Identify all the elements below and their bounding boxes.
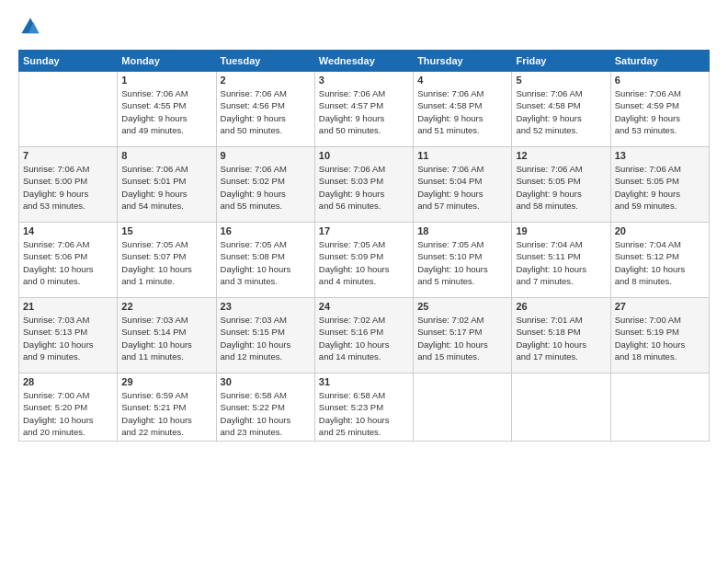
- day-info: Sunrise: 7:06 AM Sunset: 5:06 PM Dayligh…: [23, 238, 113, 287]
- calendar-cell: 4Sunrise: 7:06 AM Sunset: 4:58 PM Daylig…: [414, 72, 512, 147]
- calendar-header-monday: Monday: [118, 51, 216, 72]
- header: [18, 17, 710, 40]
- calendar-cell: 27Sunrise: 7:00 AM Sunset: 5:19 PM Dayli…: [610, 298, 709, 373]
- day-number: 31: [319, 376, 409, 387]
- calendar-cell: 12Sunrise: 7:06 AM Sunset: 5:05 PM Dayli…: [512, 147, 610, 223]
- day-info: Sunrise: 7:06 AM Sunset: 4:56 PM Dayligh…: [221, 87, 311, 136]
- calendar-cell: 25Sunrise: 7:02 AM Sunset: 5:17 PM Dayli…: [414, 298, 512, 373]
- calendar-cell: [19, 72, 118, 147]
- day-number: 26: [516, 301, 606, 312]
- logo: [18, 17, 40, 40]
- calendar-cell: 13Sunrise: 7:06 AM Sunset: 5:05 PM Dayli…: [610, 147, 709, 223]
- calendar-cell: 23Sunrise: 7:03 AM Sunset: 5:15 PM Dayli…: [216, 298, 314, 373]
- calendar-cell: 31Sunrise: 6:58 AM Sunset: 5:23 PM Dayli…: [314, 373, 413, 442]
- day-number: 27: [615, 301, 705, 312]
- day-number: 8: [121, 150, 211, 161]
- day-info: Sunrise: 7:06 AM Sunset: 5:01 PM Dayligh…: [121, 163, 211, 212]
- day-number: 3: [319, 75, 409, 86]
- day-info: Sunrise: 7:06 AM Sunset: 5:05 PM Dayligh…: [516, 163, 606, 212]
- day-info: Sunrise: 7:02 AM Sunset: 5:16 PM Dayligh…: [319, 314, 409, 362]
- day-number: 10: [319, 150, 409, 161]
- calendar-cell: 30Sunrise: 6:58 AM Sunset: 5:22 PM Dayli…: [216, 373, 314, 442]
- calendar-cell: 11Sunrise: 7:06 AM Sunset: 5:04 PM Dayli…: [414, 147, 512, 223]
- day-number: 30: [221, 376, 311, 387]
- day-info: Sunrise: 7:02 AM Sunset: 5:17 PM Dayligh…: [417, 314, 507, 362]
- logo-icon: [20, 17, 40, 37]
- calendar-header-thursday: Thursday: [414, 51, 512, 72]
- calendar-cell: [512, 373, 610, 442]
- calendar-cell: 15Sunrise: 7:05 AM Sunset: 5:07 PM Dayli…: [118, 223, 216, 298]
- day-number: 25: [417, 301, 507, 312]
- day-info: Sunrise: 7:06 AM Sunset: 5:02 PM Dayligh…: [221, 163, 311, 212]
- day-number: 22: [121, 301, 211, 312]
- day-number: 4: [417, 75, 507, 86]
- day-info: Sunrise: 7:06 AM Sunset: 4:58 PM Dayligh…: [516, 87, 606, 136]
- day-info: Sunrise: 7:03 AM Sunset: 5:15 PM Dayligh…: [221, 314, 311, 362]
- calendar-header-wednesday: Wednesday: [314, 51, 413, 72]
- day-number: 19: [516, 225, 606, 236]
- day-info: Sunrise: 7:06 AM Sunset: 5:04 PM Dayligh…: [417, 163, 507, 212]
- calendar-cell: [610, 373, 709, 442]
- day-number: 28: [23, 376, 113, 387]
- day-info: Sunrise: 7:06 AM Sunset: 4:58 PM Dayligh…: [417, 87, 507, 136]
- day-info: Sunrise: 7:05 AM Sunset: 5:08 PM Dayligh…: [221, 238, 311, 287]
- calendar-cell: 19Sunrise: 7:04 AM Sunset: 5:11 PM Dayli…: [512, 223, 610, 298]
- day-number: 1: [121, 75, 211, 86]
- calendar-cell: 1Sunrise: 7:06 AM Sunset: 4:55 PM Daylig…: [118, 72, 216, 147]
- day-number: 21: [23, 301, 113, 312]
- calendar-cell: 26Sunrise: 7:01 AM Sunset: 5:18 PM Dayli…: [512, 298, 610, 373]
- calendar-cell: 14Sunrise: 7:06 AM Sunset: 5:06 PM Dayli…: [19, 223, 118, 298]
- calendar-cell: 24Sunrise: 7:02 AM Sunset: 5:16 PM Dayli…: [314, 298, 413, 373]
- calendar-cell: 10Sunrise: 7:06 AM Sunset: 5:03 PM Dayli…: [314, 147, 413, 223]
- calendar-cell: 9Sunrise: 7:06 AM Sunset: 5:02 PM Daylig…: [216, 147, 314, 223]
- calendar-cell: 17Sunrise: 7:05 AM Sunset: 5:09 PM Dayli…: [314, 223, 413, 298]
- day-info: Sunrise: 7:06 AM Sunset: 4:59 PM Dayligh…: [615, 87, 705, 136]
- day-info: Sunrise: 6:58 AM Sunset: 5:23 PM Dayligh…: [319, 389, 409, 438]
- day-info: Sunrise: 7:01 AM Sunset: 5:18 PM Dayligh…: [516, 314, 606, 362]
- day-info: Sunrise: 7:05 AM Sunset: 5:07 PM Dayligh…: [121, 238, 211, 287]
- day-info: Sunrise: 7:06 AM Sunset: 4:55 PM Dayligh…: [121, 87, 211, 136]
- day-number: 29: [121, 376, 211, 387]
- calendar-cell: 8Sunrise: 7:06 AM Sunset: 5:01 PM Daylig…: [118, 147, 216, 223]
- day-info: Sunrise: 7:00 AM Sunset: 5:19 PM Dayligh…: [615, 314, 705, 362]
- day-info: Sunrise: 7:04 AM Sunset: 5:11 PM Dayligh…: [516, 238, 606, 287]
- day-info: Sunrise: 7:06 AM Sunset: 4:57 PM Dayligh…: [319, 87, 409, 136]
- day-info: Sunrise: 7:05 AM Sunset: 5:09 PM Dayligh…: [319, 238, 409, 287]
- calendar-cell: 28Sunrise: 7:00 AM Sunset: 5:20 PM Dayli…: [19, 373, 118, 442]
- calendar-cell: 5Sunrise: 7:06 AM Sunset: 4:58 PM Daylig…: [512, 72, 610, 147]
- calendar-header-sunday: Sunday: [19, 51, 118, 72]
- day-info: Sunrise: 7:03 AM Sunset: 5:13 PM Dayligh…: [23, 314, 113, 362]
- day-number: 11: [417, 150, 507, 161]
- day-number: 24: [319, 301, 409, 312]
- calendar-cell: 22Sunrise: 7:03 AM Sunset: 5:14 PM Dayli…: [118, 298, 216, 373]
- day-number: 2: [221, 75, 311, 86]
- calendar-cell: [414, 373, 512, 442]
- calendar-cell: 16Sunrise: 7:05 AM Sunset: 5:08 PM Dayli…: [216, 223, 314, 298]
- day-info: Sunrise: 7:00 AM Sunset: 5:20 PM Dayligh…: [23, 389, 113, 438]
- day-info: Sunrise: 7:06 AM Sunset: 5:03 PM Dayligh…: [319, 163, 409, 212]
- calendar-header-friday: Friday: [512, 51, 610, 72]
- day-number: 13: [615, 150, 705, 161]
- day-number: 6: [615, 75, 705, 86]
- day-info: Sunrise: 7:05 AM Sunset: 5:10 PM Dayligh…: [417, 238, 507, 287]
- day-number: 18: [417, 225, 507, 236]
- day-number: 15: [121, 225, 211, 236]
- day-info: Sunrise: 7:06 AM Sunset: 5:05 PM Dayligh…: [615, 163, 705, 212]
- calendar-cell: 20Sunrise: 7:04 AM Sunset: 5:12 PM Dayli…: [610, 223, 709, 298]
- calendar-cell: 7Sunrise: 7:06 AM Sunset: 5:00 PM Daylig…: [19, 147, 118, 223]
- calendar: SundayMondayTuesdayWednesdayThursdayFrid…: [18, 50, 710, 442]
- calendar-header-row: SundayMondayTuesdayWednesdayThursdayFrid…: [19, 51, 710, 72]
- day-info: Sunrise: 6:59 AM Sunset: 5:21 PM Dayligh…: [121, 389, 211, 438]
- page: SundayMondayTuesdayWednesdayThursdayFrid…: [0, 0, 728, 451]
- day-number: 5: [516, 75, 606, 86]
- calendar-cell: 6Sunrise: 7:06 AM Sunset: 4:59 PM Daylig…: [610, 72, 709, 147]
- calendar-cell: 21Sunrise: 7:03 AM Sunset: 5:13 PM Dayli…: [19, 298, 118, 373]
- day-number: 20: [615, 225, 705, 236]
- day-number: 14: [23, 225, 113, 236]
- day-number: 16: [221, 225, 311, 236]
- day-number: 23: [221, 301, 311, 312]
- day-info: Sunrise: 7:03 AM Sunset: 5:14 PM Dayligh…: [121, 314, 211, 362]
- calendar-cell: 3Sunrise: 7:06 AM Sunset: 4:57 PM Daylig…: [314, 72, 413, 147]
- day-number: 17: [319, 225, 409, 236]
- calendar-header-saturday: Saturday: [610, 51, 709, 72]
